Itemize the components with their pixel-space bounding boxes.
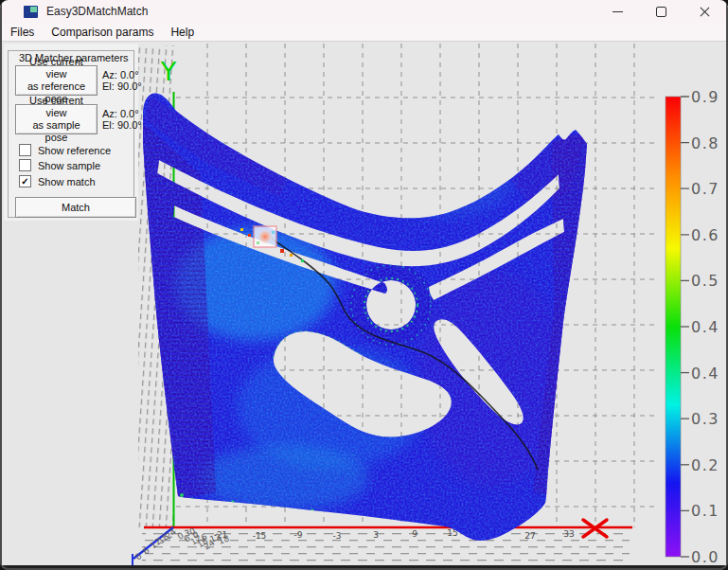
matcher-parameters-groupbox: 3D Matcher parameters Use current view a… [8,50,134,218]
svg-text:0.1: 0.1 [691,502,719,520]
svg-text:0.2: 0.2 [691,456,719,474]
svg-text:0.3: 0.3 [691,410,719,428]
app-window: Easy3DMatchMatch Files Comparison params… [0,0,728,570]
svg-text:-3: -3 [333,531,342,541]
menu-bar: Files Comparison params Help [2,23,726,42]
colorbar-gradient [666,97,681,557]
reference-pose-readout: Az: 0.0° El: 90.0° [102,69,142,92]
minimize-icon [613,11,623,12]
show-sample-checkbox[interactable]: Show sample [19,159,100,171]
show-reference-checkbox[interactable]: Show reference [19,144,111,156]
show-match-checkbox[interactable]: ✓ Show match [19,175,96,187]
checkbox-label: Show reference [38,145,111,156]
use-view-sample-pose-button[interactable]: Use current view as sample pose [15,104,98,134]
svg-text:0.5: 0.5 [691,272,719,290]
app-icon [24,6,38,18]
checkbox-label: Show match [38,176,96,187]
svg-text:0.0: 0.0 [691,548,719,565]
svg-text:0.7: 0.7 [691,180,719,198]
svg-text:0.4: 0.4 [691,318,719,336]
window-title: Easy3DMatchMatch [46,5,148,18]
matcher-parameters-panel: 3D Matcher parameters Use current view a… [4,44,138,221]
menu-files[interactable]: Files [2,25,43,40]
maximize-icon [656,7,666,17]
svg-text:0.4: 0.4 [691,365,719,383]
y-axis-label: Y [160,57,177,86]
svg-text:0.6: 0.6 [691,226,719,244]
checkbox-box[interactable]: ✓ [19,175,31,187]
menu-help[interactable]: Help [162,25,203,40]
svg-text:0.9: 0.9 [691,88,719,106]
svg-text:-9: -9 [294,530,303,540]
checkbox-box[interactable] [19,144,31,156]
checkbox-label: Show sample [38,160,100,171]
maximize-button[interactable] [639,0,683,23]
minimize-button[interactable] [595,0,639,23]
svg-text:-15: -15 [253,531,267,541]
svg-text:3: 3 [373,530,379,540]
svg-text:27: 27 [524,531,535,541]
svg-text:0.8: 0.8 [691,134,719,152]
reference-el: El: 90.0° [102,80,142,92]
title-bar[interactable]: Easy3DMatchMatch [2,0,726,23]
checkbox-box[interactable] [19,159,31,171]
close-button[interactable] [683,0,726,23]
menu-comparison-params[interactable]: Comparison params [43,25,162,40]
picked-point-marker[interactable] [254,226,276,247]
close-icon [700,7,710,17]
sample-pose-readout: Az: 0.0° El: 90.0° [102,108,142,131]
svg-text:9: 9 [412,529,417,539]
svg-text:33: 33 [563,529,574,539]
sample-el: El: 90.0° [102,119,142,131]
use-view-reference-pose-button[interactable]: Use current view as reference pose [15,65,98,96]
sample-az: Az: 0.0° [102,108,142,119]
reference-az: Az: 0.0° [102,69,142,80]
match-button[interactable]: Match [15,197,136,218]
